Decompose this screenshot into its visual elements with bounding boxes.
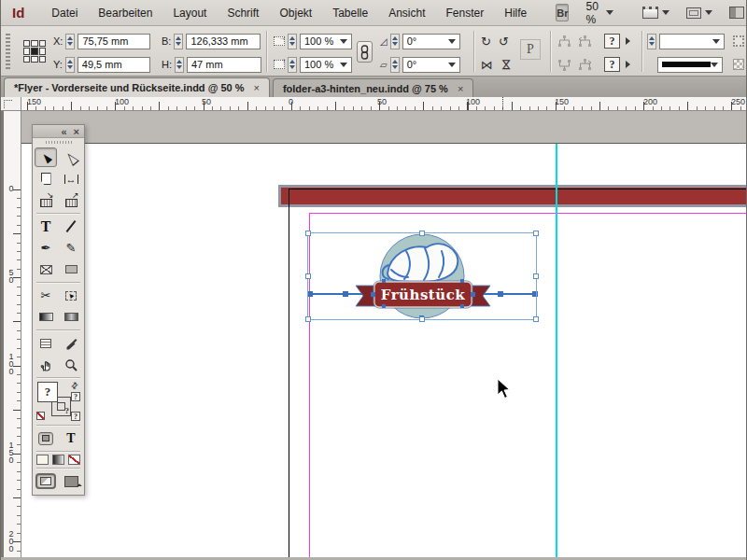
close-icon[interactable]: × [458, 83, 463, 94]
zoom-tool-button[interactable] [60, 355, 82, 374]
close-panel-icon[interactable]: × [74, 127, 79, 136]
bridge-button[interactable]: Br [556, 4, 569, 21]
ruler-origin-corner[interactable] [1, 97, 21, 111]
pen-tool-button[interactable]: ✒ [35, 238, 57, 258]
refpoint[interactable] [39, 56, 46, 63]
collapse-panel-icon[interactable]: « [61, 127, 66, 136]
horizontal-ruler[interactable]: 150 100 50 0 50 100 150 200 250 [21, 97, 747, 111]
view-options-button[interactable] [634, 7, 678, 19]
height-field[interactable]: 47 mm [187, 57, 261, 73]
vertical-ruler[interactable]: 0 50 100 150 200 [1, 111, 21, 560]
shear-stepper[interactable] [390, 57, 400, 73]
close-icon[interactable]: × [253, 82, 259, 93]
line-tool-button[interactable] [60, 217, 82, 236]
pencil-tool-button[interactable]: ✎ [60, 238, 82, 258]
menu-tabelle[interactable]: Tabelle [322, 0, 378, 25]
panel-grip-dots[interactable] [33, 138, 84, 147]
scissors-tool-button[interactable]: ✂ [35, 286, 57, 305]
gradient-swatch-tool-button[interactable] [35, 307, 57, 327]
menu-layout[interactable]: Layout [162, 0, 217, 25]
screen-mode-button[interactable] [678, 7, 721, 19]
tab-folder-document[interactable]: folder-a3-hinten_neu.indd @ 75 % × [273, 78, 473, 97]
reference-point-proxy[interactable] [23, 40, 46, 63]
selection-handle[interactable] [533, 316, 539, 322]
scale-x-stepper[interactable] [288, 34, 297, 49]
tab-flyer-document[interactable]: *Flyer - Vorderseite und Rückseite.indd … [4, 77, 270, 97]
apply-color-button[interactable] [36, 455, 49, 465]
formatting-affects-text-button[interactable]: T [60, 428, 82, 448]
scale-x-combo[interactable]: 100 % [300, 34, 352, 49]
free-transform-tool-button[interactable]: ▲ [60, 286, 82, 305]
preview-mode-button[interactable] [60, 471, 82, 491]
x-stepper[interactable] [65, 34, 75, 49]
selection-handle[interactable] [533, 273, 539, 279]
selection-handle[interactable] [419, 316, 425, 322]
formatting-affects-container-button[interactable] [35, 428, 57, 448]
flyout-arrow-icon[interactable] [626, 61, 630, 68]
menu-ansicht[interactable]: Ansicht [378, 0, 435, 25]
swap-fill-stroke-icon[interactable]: ⇄ [69, 380, 80, 391]
selection-handle[interactable] [305, 231, 311, 236]
menu-fenster[interactable]: Fenster [436, 0, 495, 25]
refpoint[interactable] [31, 40, 37, 47]
menu-objekt[interactable]: Objekt [269, 0, 322, 25]
refpoint-center[interactable] [31, 48, 37, 54]
rectangle-tool-button[interactable] [60, 259, 82, 279]
select-container-icon[interactable] [557, 59, 571, 71]
normal-view-mode-button[interactable] [35, 471, 57, 491]
refpoint[interactable] [23, 48, 30, 54]
object-style-button-1[interactable]: ? [604, 34, 620, 49]
direct-selection-tool-button[interactable]: △ [60, 147, 82, 167]
y-stepper[interactable] [65, 57, 75, 73]
selection-bounding-box[interactable] [307, 232, 537, 320]
apply-gradient-button[interactable] [52, 455, 64, 465]
selection-handle[interactable] [305, 273, 311, 279]
select-next-object-icon[interactable] [578, 59, 592, 71]
type-tool-button[interactable]: T [35, 217, 57, 236]
panel-grip[interactable] [6, 34, 10, 69]
content-placer-tool-button[interactable]: ↗ [60, 190, 82, 210]
refpoint[interactable] [39, 48, 46, 54]
menu-schrift[interactable]: Schrift [217, 0, 269, 25]
refpoint[interactable] [31, 56, 37, 63]
select-content-icon[interactable] [557, 35, 571, 48]
gradient-feather-tool-button[interactable] [60, 307, 82, 327]
note-tool-button[interactable] [35, 333, 57, 353]
width-field[interactable]: 126,333 mm [186, 34, 261, 49]
refpoint[interactable] [39, 40, 46, 47]
menu-datei[interactable]: Datei [41, 0, 88, 25]
flyout-arrow-icon[interactable] [626, 37, 630, 45]
gap-tool-button[interactable]: ↔ [60, 169, 82, 189]
object-style-button-2[interactable]: ? [604, 57, 620, 72]
stroke-weight-combo[interactable] [659, 34, 725, 49]
selection-handle[interactable] [305, 316, 311, 322]
width-stepper[interactable] [174, 34, 183, 49]
rotation-combo[interactable]: 0° [402, 34, 460, 49]
scale-y-stepper[interactable] [288, 57, 297, 73]
flip-vertical-button[interactable]: ⋈ [500, 59, 514, 71]
selection-handle[interactable] [533, 231, 539, 236]
page-tool-button[interactable] [35, 169, 57, 189]
margin-guide-horizontal[interactable] [309, 213, 747, 214]
refpoint[interactable] [23, 40, 30, 47]
drop-shadow-icon[interactable] [733, 35, 744, 47]
rotate-cw-button[interactable]: ↻ [481, 35, 491, 49]
default-fill-stroke-icon[interactable] [36, 412, 45, 420]
selection-tool-button[interactable]: ▲ [35, 147, 57, 167]
x-field[interactable]: 75,75 mm [78, 34, 150, 49]
ruler-guide-cyan[interactable] [556, 144, 557, 560]
content-collector-tool-button[interactable]: ↘ [35, 190, 57, 210]
stroke-style-combo[interactable] [657, 57, 723, 73]
tools-panel-titlebar[interactable]: « × [33, 125, 84, 138]
apply-none-button[interactable] [68, 455, 80, 465]
banner-red-bar[interactable] [281, 188, 747, 204]
select-previous-object-icon[interactable] [578, 35, 592, 48]
zoom-level-dropdown[interactable]: 50 % [576, 0, 622, 26]
rotation-stepper[interactable] [390, 34, 400, 49]
rotate-ccw-button[interactable]: ↺ [499, 35, 509, 49]
shear-combo[interactable]: 0° [402, 57, 460, 73]
hand-tool-button[interactable] [35, 355, 57, 374]
flip-horizontal-button[interactable]: ⋈ [481, 58, 493, 72]
frame-tool-button[interactable] [35, 259, 57, 279]
document-canvas[interactable]: Frühstück [21, 111, 747, 560]
